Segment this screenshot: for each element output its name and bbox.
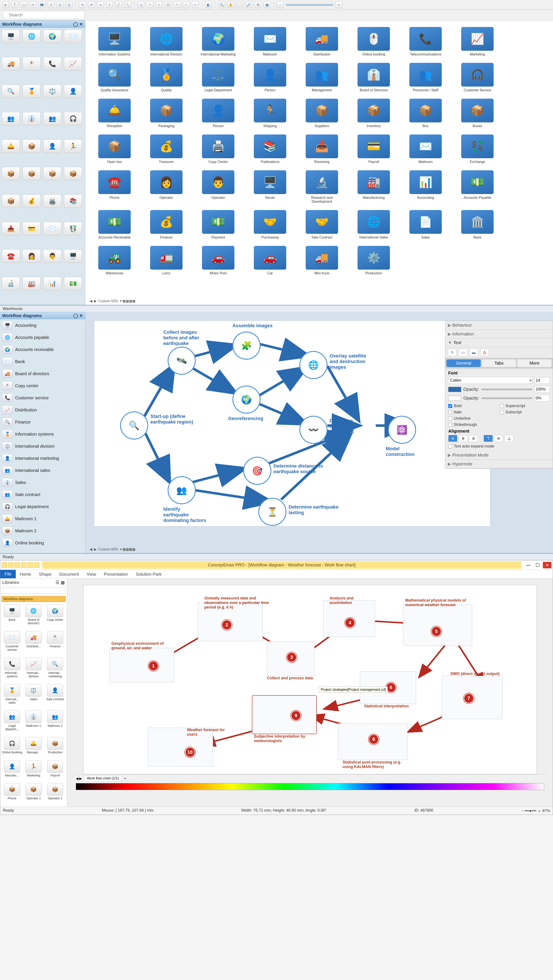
gallery-shape[interactable]: 🚛Lorry	[146, 246, 187, 275]
node-distance[interactable]: 🎯	[243, 457, 271, 485]
valign-bot-icon[interactable]: ⊥	[504, 435, 513, 442]
node3-models[interactable]	[403, 605, 472, 646]
palette-icon[interactable]: 🏅	[22, 84, 41, 98]
zoombar-2[interactable]: ◀▶ Custom 66% ▾ ▦▦▦▦	[90, 547, 135, 551]
gallery-shape[interactable]: 🚗Motor Pool	[198, 246, 239, 275]
palette-icon[interactable]: 📊	[43, 277, 61, 290]
palette-list-item[interactable]: ✉️Bank	[0, 356, 85, 368]
palette-icon[interactable]: 💱	[64, 222, 82, 235]
chk-strike[interactable]: Strikethrough	[448, 422, 498, 427]
color-palette-strip[interactable]	[76, 783, 544, 790]
palette-list-item[interactable]: 👥Sale contract	[0, 488, 85, 501]
palette-icon[interactable]: 🎧	[64, 112, 82, 126]
palette-list-item[interactable]: 🌍Accounts receivable	[0, 344, 85, 356]
text-color-icon[interactable]: ✎	[448, 349, 456, 356]
palette-icon[interactable]: 📦	[43, 167, 61, 180]
gallery-shape[interactable]: 👩Operator	[146, 170, 187, 204]
palette-list-item[interactable]: 🚚Board of directors	[0, 368, 85, 380]
zoom-in-btn-icon[interactable]: ＋	[335, 1, 343, 8]
window-close-icon[interactable]: ✕	[543, 562, 551, 568]
palette-list-item[interactable]: 👥International sales	[0, 464, 85, 476]
palette-list-item[interactable]: 📞Customer service	[0, 392, 85, 404]
chk-autoexpand[interactable]: Text auto expand mode	[448, 444, 550, 449]
palette-icon[interactable]: 🌐	[22, 30, 41, 43]
gallery-shape[interactable]: 📥Receiving	[301, 134, 343, 164]
qat-save-icon[interactable]	[8, 562, 14, 568]
gallery-shape[interactable]: 🚚Distribution	[301, 27, 343, 56]
palette-icon[interactable]: 👩	[22, 249, 41, 263]
node-magnitude[interactable]: 〰️	[300, 416, 327, 444]
palette-icon[interactable]: 📞	[43, 57, 61, 70]
palette-icon[interactable]: 📦	[64, 167, 82, 180]
valign-top-icon[interactable]: ⊤	[484, 435, 493, 442]
ribbon-tab[interactable]: Presentation	[100, 570, 132, 578]
node-lasting[interactable]: ⏳	[258, 498, 287, 526]
db2-tool-icon[interactable]: ⌸	[66, 1, 73, 8]
fill-color-swatch[interactable]	[448, 387, 461, 392]
gallery-shape[interactable]: ✉️Mailroom	[405, 134, 446, 164]
align-right-icon[interactable]: ≡	[469, 435, 478, 442]
opacity-line-slider[interactable]	[481, 398, 532, 399]
inspector-tab-more[interactable]: More	[517, 360, 551, 367]
inspector-section-text[interactable]: ▼Text	[445, 339, 553, 347]
library-item[interactable]: 🌍Copy center	[45, 605, 65, 630]
palette-header-1[interactable]: Workflow diagrams ◯ ✕	[0, 21, 85, 28]
gallery-shape[interactable]: 🚚Mini truck	[301, 246, 343, 275]
palette-list-item[interactable]: 🛎️Mailroom 1	[0, 513, 85, 525]
library-item[interactable]: 🛎️Manage...	[24, 737, 44, 759]
inspector-section-hypernote[interactable]: ▶Hypernote	[445, 460, 553, 468]
palette-icon[interactable]: 🖱️	[22, 57, 41, 70]
libraries-search-input[interactable]	[2, 588, 65, 594]
palette-icon[interactable]: 📦	[22, 140, 41, 153]
diagram-area-2[interactable]: 🔍 Start-up (define earthquake region) 🛰️…	[94, 321, 490, 527]
line-color-swatch[interactable]	[448, 396, 461, 401]
inspector-section-presmode[interactable]: ▶Presentation Mode	[445, 451, 553, 460]
align-left-icon[interactable]: ≡	[448, 435, 457, 442]
gallery-shape[interactable]: 🌍International Marketing	[198, 27, 239, 56]
text-bg-icon[interactable]: ▭	[459, 349, 467, 356]
palette-search-input[interactable]	[3, 11, 84, 19]
palette-icon[interactable]: ✉️	[64, 30, 82, 43]
workflow-canvas-3[interactable]: 1 Geophysical environment of ground, air…	[67, 579, 553, 807]
library-item[interactable]: 🚚Distributi...	[24, 631, 44, 656]
ribbon-tab[interactable]: Home	[16, 570, 35, 578]
palette-icon[interactable]: 📚	[64, 194, 82, 208]
palette-list-item[interactable]: 🎧Legal department	[0, 501, 85, 513]
gallery-shape[interactable]: 🖥️Information Systems	[94, 27, 135, 56]
palette-collapse-icon[interactable]: ◯ ✕	[73, 22, 83, 27]
gallery-shape[interactable]: 💳Payroll	[353, 134, 394, 164]
text-edge-icon[interactable]: ▬	[469, 349, 478, 356]
gallery-shape[interactable]: 📦Inventory	[353, 99, 394, 128]
gallery-shape[interactable]: 📞Telecommunications	[405, 27, 446, 56]
library-item[interactable]: 🖱️Finance	[45, 631, 65, 656]
gallery-shape[interactable]: 📦Boxes	[457, 99, 498, 128]
palette-list-item[interactable]: 👤Online booking	[0, 537, 85, 549]
palette-list-item[interactable]: 🔍Finance	[0, 416, 85, 428]
palette-list-item[interactable]: 👔Sales	[0, 476, 85, 488]
node3-subjective[interactable]	[252, 695, 317, 734]
palette-icon[interactable]: 🔬	[2, 277, 20, 290]
search-tool-icon[interactable]: 🔎	[245, 1, 252, 8]
gallery-shape[interactable]: 🏃Shipping	[250, 99, 290, 128]
connector-tool-icon[interactable]: ↘	[137, 1, 144, 8]
gallery-shape[interactable]: 🏅Quality	[146, 63, 187, 92]
paint-tool-icon[interactable]: ◧	[205, 1, 212, 8]
chk-sub[interactable]: Subscript	[500, 410, 550, 414]
library-item[interactable]: 📞Informati... systems	[2, 658, 22, 683]
workflow-canvas-2[interactable]: 🔍 Start-up (define earthquake region) 🛰️…	[85, 312, 553, 553]
palette-collapse-icon-2[interactable]: ◯ ✕	[73, 313, 83, 318]
library-item[interactable]: 🏅Internati... sales	[2, 684, 22, 709]
library-item[interactable]: 🔍Internati... marketing	[45, 658, 65, 683]
shape-gallery-canvas[interactable]: 🖥️Information Systems🌐International Divi…	[85, 21, 553, 305]
ribbon-tab[interactable]: View	[83, 570, 100, 578]
gallery-shape[interactable]: 📄Sales	[405, 210, 446, 239]
zoom-slider[interactable]	[286, 4, 333, 6]
palette-icon[interactable]: 📦	[22, 167, 41, 180]
gallery-shape[interactable]: 💵Payment	[198, 210, 239, 239]
ribbon-tab[interactable]: Solution Park	[132, 570, 166, 578]
palette-icon[interactable]: 🖥️	[2, 30, 20, 43]
pencil-tool-icon[interactable]: ✎	[79, 1, 86, 8]
gallery-shape[interactable]: 🖨️Copy Center	[198, 134, 239, 164]
gallery-shape[interactable]: ✉️Mailroom	[250, 27, 290, 56]
hand-pan-icon[interactable]: ✋	[227, 1, 234, 8]
